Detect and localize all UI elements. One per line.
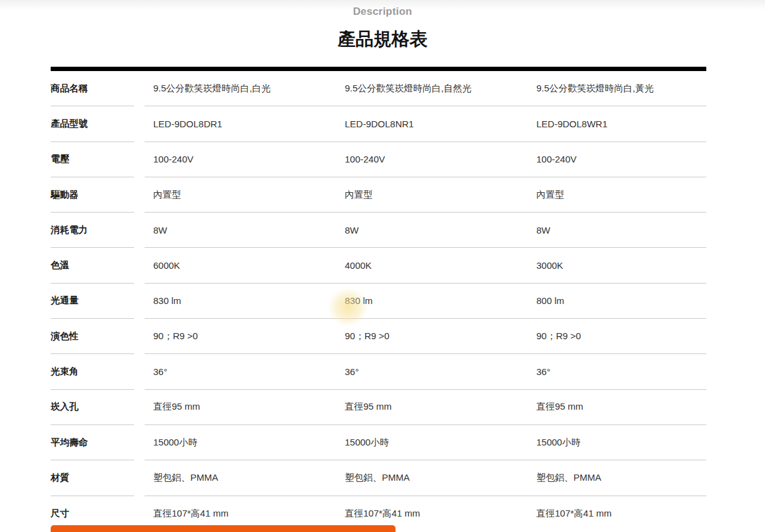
spec-values: 90；R9 >090；R9 >090；R9 >0 [145,319,706,354]
spec-value: 15000小時 [336,425,528,460]
spec-values: 8W8W8W [145,213,706,248]
spec-label: 材質 [51,460,134,496]
spec-label: 平均壽命 [51,425,134,460]
column-gap [134,319,145,354]
spec-value: 內置型 [528,177,706,212]
table-row: 商品名稱9.5公分歡笑崁燈時尚白,白光9.5公分歡笑崁燈時尚白,自然光9.5公分… [51,71,706,106]
spec-value: 15000小時 [528,425,706,460]
spec-label: 消耗電力 [51,213,134,248]
column-gap [134,177,145,213]
table-row: 演色性90；R9 >090；R9 >090；R9 >0 [51,319,706,354]
column-gap [134,284,145,319]
table-row: 崁入孔直徑95 mm直徑95 mm直徑95 mm [51,390,706,425]
spec-value: LED-9DOL8DR1 [145,106,336,141]
spec-label: 色溫 [51,248,134,283]
spec-value: 800 lm [528,284,706,318]
table-header-bar [51,67,706,71]
spec-values: LED-9DOL8DR1LED-9DOL8NR1LED-9DOL8WR1 [145,106,706,141]
spec-value: 9.5公分歡笑崁燈時尚白,黃光 [528,71,706,106]
spec-value: 15000小時 [145,425,336,460]
spec-value: 4000K [336,248,528,282]
column-gap [134,213,145,248]
spec-label: 驅動器 [51,177,134,213]
table-row: 驅動器內置型內置型內置型 [51,177,706,213]
table-row: 平均壽命15000小時15000小時15000小時 [51,425,706,460]
column-gap [134,460,145,496]
spec-label: 電壓 [51,142,134,177]
spec-label: 產品型號 [51,106,134,141]
spec-label: 演色性 [51,319,134,354]
column-gap [134,354,145,389]
spec-value: 36° [336,354,528,389]
spec-label: 崁入孔 [51,390,134,425]
spec-label: 光通量 [51,284,134,319]
spec-value: 8W [528,213,706,247]
table-row: 產品型號LED-9DOL8DR1LED-9DOL8NR1LED-9DOL8WR1 [51,106,706,141]
spec-values: 塑包鋁、PMMA塑包鋁、PMMA塑包鋁、PMMA [145,460,706,496]
column-gap [134,106,145,141]
spec-value: 塑包鋁、PMMA [528,460,706,495]
description-section-label: Description [0,0,765,18]
spec-value: 直徑107*高41 mm [528,496,706,531]
spec-value: 36° [145,354,336,389]
table-row: 色溫6000K4000K3000K [51,248,706,283]
column-gap [134,390,145,425]
spec-value: 830 lm [336,284,528,318]
table-row: 消耗電力8W8W8W [51,213,706,248]
table-row: 光通量830 lm830 lm800 lm [51,284,706,319]
spec-value: 8W [336,213,528,247]
spec-value: 9.5公分歡笑崁燈時尚白,自然光 [336,71,528,106]
spec-values: 6000K4000K3000K [145,248,706,283]
spec-value: 100-240V [336,142,528,177]
spec-value: 100-240V [528,142,706,177]
spec-value: 8W [145,213,336,247]
spec-value: 90；R9 >0 [145,319,336,353]
bottom-orange-bar[interactable] [51,525,395,532]
column-gap [134,71,145,106]
spec-value: 3000K [528,248,706,282]
spec-value: 9.5公分歡笑崁燈時尚白,白光 [145,71,336,106]
spec-values: 9.5公分歡笑崁燈時尚白,白光9.5公分歡笑崁燈時尚白,自然光9.5公分歡笑崁燈… [145,71,706,106]
table-row: 材質塑包鋁、PMMA塑包鋁、PMMA塑包鋁、PMMA [51,460,706,496]
spec-values: 直徑95 mm直徑95 mm直徑95 mm [145,390,706,425]
spec-value: 36° [528,354,706,389]
spec-value: 內置型 [145,177,336,212]
spec-label: 商品名稱 [51,71,134,106]
spec-value: 塑包鋁、PMMA [145,460,336,495]
spec-values: 內置型內置型內置型 [145,177,706,213]
spec-values: 830 lm830 lm800 lm [145,284,706,319]
spec-value: 90；R9 >0 [528,319,706,353]
spec-values: 36°36°36° [145,354,706,389]
spec-values: 15000小時15000小時15000小時 [145,425,706,460]
spec-value: LED-9DOL8WR1 [528,106,706,141]
spec-value: LED-9DOL8NR1 [336,106,528,141]
column-gap [134,425,145,460]
product-spec-table: 商品名稱9.5公分歡笑崁燈時尚白,白光9.5公分歡笑崁燈時尚白,自然光9.5公分… [51,67,706,531]
spec-value: 直徑95 mm [336,390,528,424]
spec-value: 塑包鋁、PMMA [336,460,528,495]
spec-value: 90；R9 >0 [336,319,528,353]
column-gap [134,142,145,177]
table-row: 電壓100-240V100-240V100-240V [51,142,706,177]
spec-value: 830 lm [145,284,336,318]
page-title: 產品規格表 [0,27,765,52]
spec-value: 100-240V [145,142,336,177]
spec-label: 光束角 [51,354,134,389]
spec-value: 內置型 [336,177,528,212]
spec-values: 100-240V100-240V100-240V [145,142,706,177]
spec-value: 直徑95 mm [528,390,706,424]
table-rows: 商品名稱9.5公分歡笑崁燈時尚白,白光9.5公分歡笑崁燈時尚白,自然光9.5公分… [51,71,706,531]
column-gap [134,248,145,283]
spec-value: 直徑95 mm [145,390,336,424]
spec-value: 6000K [145,248,336,282]
table-row: 光束角36°36°36° [51,354,706,389]
